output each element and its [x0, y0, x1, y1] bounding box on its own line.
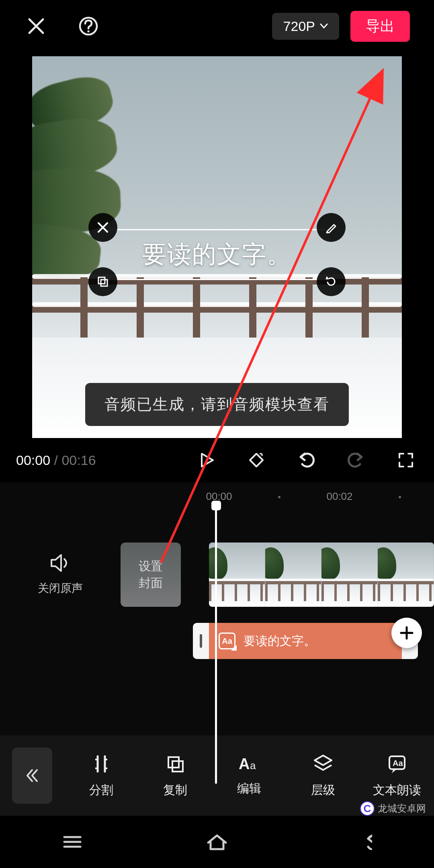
- nav-home-button[interactable]: [205, 830, 229, 854]
- clip-thumb: [265, 542, 321, 607]
- close-icon: [96, 221, 110, 234]
- menu-icon: [62, 834, 83, 850]
- text-rotate-handle[interactable]: [317, 267, 346, 296]
- text-overlay-content: 要读的文字。: [104, 230, 330, 279]
- play-icon: [198, 451, 215, 469]
- keyframe-icon: [248, 451, 265, 469]
- svg-rect-3: [101, 280, 107, 286]
- text-copy-handle[interactable]: [88, 267, 117, 296]
- system-nav-bar: [0, 816, 434, 868]
- text-edit-icon: Aa: [238, 755, 260, 773]
- svg-text:A: A: [239, 755, 250, 772]
- video-clip[interactable]: [209, 542, 434, 607]
- text-clip-label: 要读的文字。: [244, 633, 316, 649]
- play-button[interactable]: [194, 448, 219, 472]
- fullscreen-icon: [397, 451, 415, 469]
- toast-message: 音频已生成，请到音频模块查看: [85, 383, 349, 426]
- tool-tts[interactable]: Aa 文本朗读: [360, 753, 434, 798]
- text-badge-icon: Aa: [219, 633, 235, 649]
- tool-split[interactable]: 分割: [64, 753, 138, 798]
- close-icon: [27, 17, 45, 35]
- split-icon: [90, 753, 112, 775]
- text-edit-handle[interactable]: [317, 213, 346, 242]
- back-icon: [351, 834, 372, 850]
- svg-rect-5: [172, 761, 183, 772]
- mute-original-button[interactable]: 关闭原声: [0, 553, 121, 596]
- rotate-icon: [324, 275, 338, 289]
- svg-point-1: [87, 30, 89, 32]
- nav-back-button[interactable]: [350, 830, 374, 854]
- watermark-logo-icon: C: [360, 801, 375, 816]
- svg-rect-2: [98, 277, 105, 284]
- resolution-label: 720P: [283, 18, 315, 34]
- playhead[interactable]: [215, 506, 217, 784]
- svg-rect-4: [168, 757, 179, 768]
- chevron-down-icon: [320, 23, 328, 29]
- chevron-double-left-icon: [24, 768, 40, 784]
- export-button[interactable]: 导出: [350, 11, 410, 42]
- duration-time: 00:16: [61, 452, 96, 468]
- undo-icon: [297, 452, 316, 468]
- set-cover-button[interactable]: 设置 封面: [121, 542, 181, 607]
- resolution-selector[interactable]: 720P: [272, 13, 339, 40]
- help-icon: [78, 16, 98, 36]
- speaker-icon: [49, 553, 72, 573]
- fullscreen-button[interactable]: [394, 448, 418, 472]
- current-time: 00:00: [16, 452, 50, 468]
- clip-thumb: [209, 542, 265, 607]
- nav-recent-button[interactable]: [60, 830, 84, 854]
- clip-thumb: [321, 542, 378, 607]
- tool-edit[interactable]: Aa 编辑: [212, 755, 286, 797]
- redo-button[interactable]: [344, 448, 368, 472]
- plus-icon: [399, 625, 415, 641]
- tool-copy[interactable]: 复制: [138, 753, 212, 798]
- copy-icon: [96, 275, 110, 289]
- layers-icon: [312, 753, 334, 775]
- undo-button[interactable]: [294, 448, 318, 472]
- svg-text:Aa: Aa: [393, 759, 403, 768]
- video-preview[interactable]: 要读的文字。 音频已生成，请到音频模块查看: [32, 56, 402, 438]
- redo-icon: [346, 452, 366, 468]
- text-clip[interactable]: Aa 要读的文字。: [193, 623, 418, 659]
- copy-icon: [164, 753, 186, 775]
- svg-text:a: a: [250, 760, 256, 772]
- mute-label: 关闭原声: [0, 581, 121, 596]
- text-overlay-box[interactable]: 要读的文字。: [104, 229, 330, 280]
- text-clip-body[interactable]: Aa 要读的文字。: [209, 623, 402, 659]
- keyframe-button[interactable]: [244, 448, 268, 472]
- close-button[interactable]: [24, 14, 48, 38]
- help-button[interactable]: [76, 14, 100, 38]
- add-clip-button[interactable]: [391, 618, 422, 648]
- home-icon: [206, 833, 228, 851]
- toolbar-back-button[interactable]: [12, 747, 52, 804]
- clip-thumb: [378, 542, 434, 607]
- watermark: C 龙城安卓网: [360, 801, 426, 816]
- text-delete-handle[interactable]: [88, 213, 117, 242]
- text-clip-left-handle[interactable]: [193, 623, 209, 659]
- playback-time: 00:00 / 00:16: [16, 452, 96, 468]
- text-to-speech-icon: Aa: [386, 753, 408, 775]
- tool-layer[interactable]: 层级: [286, 753, 360, 798]
- pencil-icon: [324, 221, 338, 234]
